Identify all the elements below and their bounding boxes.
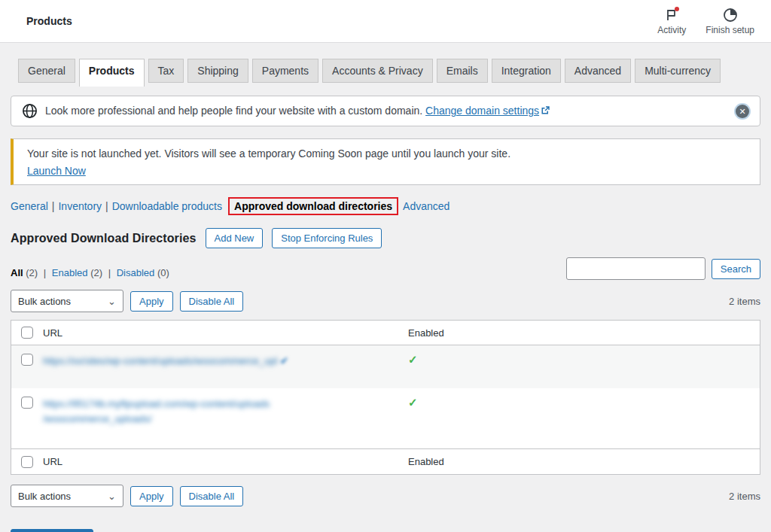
table-header-row: URL Enabled: [11, 321, 760, 345]
finish-setup-label: Finish setup: [705, 25, 754, 35]
filter-disabled-link[interactable]: Disabled: [117, 267, 155, 278]
select-all-checkbox[interactable]: [21, 327, 33, 339]
stop-enforcing-rules-button[interactable]: Stop Enforcing Rules: [272, 228, 382, 248]
url-column-footer: URL: [43, 456, 408, 467]
subnav-separator: |: [105, 200, 108, 212]
activity-button[interactable]: Activity: [657, 8, 686, 35]
tab-emails[interactable]: Emails: [437, 59, 488, 83]
tab-shipping[interactable]: Shipping: [187, 59, 248, 83]
filter-all-label: All: [11, 267, 23, 278]
select-all-checkbox[interactable]: [21, 456, 33, 468]
table-row: https://xx/sites/wp-content/uploads/wooc…: [11, 345, 760, 388]
tab-tax[interactable]: Tax: [148, 59, 184, 83]
tab-payments[interactable]: Payments: [252, 59, 318, 83]
tab-advanced[interactable]: Advanced: [565, 59, 631, 83]
settings-content: General Products Tax Shipping Payments A…: [0, 59, 771, 532]
row-checkbox[interactable]: [21, 354, 33, 366]
filter-row: All (2) | Enabled (2) | Disabled (0) Sea…: [11, 257, 760, 280]
chevron-down-icon: ⌄: [108, 296, 116, 307]
filter-disabled-count: (0): [157, 267, 169, 278]
enabled-column-footer: Enabled: [408, 456, 760, 467]
tab-multi-currency[interactable]: Multi-currency: [635, 59, 721, 83]
enabled-check-icon: ✓: [408, 353, 418, 366]
tab-integration[interactable]: Integration: [492, 59, 561, 83]
bulk-actions-select[interactable]: Bulk actions ⌄: [11, 485, 123, 507]
row-enabled-cell: ✓: [408, 397, 760, 409]
page-header-title: Products: [26, 15, 72, 27]
site-launch-notice: Your site is not launched yet. Visitors …: [11, 138, 760, 185]
filter-separator: |: [44, 267, 46, 278]
tab-accounts-privacy[interactable]: Accounts & Privacy: [322, 59, 433, 83]
domain-notice-text: Look more professional and help people f…: [45, 105, 422, 117]
row-enabled-cell: ✓: [408, 354, 760, 366]
bulk-actions-controls: Bulk actions ⌄ Apply Disable All: [11, 290, 243, 312]
row-checkbox-cell: [11, 354, 43, 366]
chevron-down-icon: ⌄: [108, 491, 116, 502]
apply-button[interactable]: Apply: [130, 291, 173, 312]
activity-label: Activity: [657, 25, 686, 35]
blurred-url-line2: /woocommerce_uploads/: [43, 413, 152, 424]
items-count: 2 items: [729, 296, 760, 307]
blurred-url-mark: ✔: [280, 355, 288, 366]
enabled-column-header: Enabled: [408, 327, 760, 339]
settings-tab-bar: General Products Tax Shipping Payments A…: [18, 59, 760, 83]
subnav-inventory[interactable]: Inventory: [58, 200, 102, 212]
custom-domain-notice: Look more professional and help people f…: [11, 96, 760, 126]
row-checkbox-cell: [11, 397, 43, 409]
progress-pie-icon: [723, 8, 738, 23]
finish-setup-button[interactable]: Finish setup: [705, 8, 754, 35]
add-new-button[interactable]: Add New: [206, 228, 264, 248]
dismiss-notice-icon[interactable]: ✕: [736, 105, 749, 118]
tab-general[interactable]: General: [18, 59, 75, 83]
header-checkbox-cell: [11, 327, 43, 339]
footer-checkbox-cell: [11, 456, 43, 468]
table-row: https://95174b.myftpupload.com/wp-conten…: [11, 388, 760, 448]
items-count: 2 items: [729, 491, 760, 502]
save-row: Save changes: [11, 529, 760, 532]
bulk-actions-row-top: Bulk actions ⌄ Apply Disable All 2 items: [11, 290, 760, 312]
filter-separator: |: [108, 267, 111, 278]
search-input[interactable]: [566, 257, 705, 280]
filter-all-link[interactable]: All: [11, 267, 23, 278]
subnav-approved-download-directories[interactable]: Approved download directories: [228, 197, 398, 215]
search-box: Search: [566, 257, 760, 280]
blurred-url-link[interactable]: https://95174b.myftpupload.com/wp-conten…: [43, 398, 270, 424]
admin-header: Products Activity Finish setup: [0, 0, 771, 43]
globe-icon: [22, 103, 38, 119]
subnav-general[interactable]: General: [11, 200, 48, 212]
disable-all-button[interactable]: Disable All: [180, 486, 244, 506]
change-domain-settings-link[interactable]: Change domain settings: [425, 105, 550, 117]
row-checkbox[interactable]: [21, 397, 33, 409]
filter-enabled-count: (2): [90, 267, 102, 278]
bulk-actions-selected-value: Bulk actions: [18, 491, 71, 502]
disable-all-button[interactable]: Disable All: [180, 291, 244, 312]
apply-button[interactable]: Apply: [130, 486, 173, 506]
enabled-check-icon: ✓: [408, 396, 418, 409]
products-subnav: General | Inventory | Downloadable produ…: [11, 197, 760, 215]
search-button[interactable]: Search: [712, 259, 760, 279]
bulk-actions-row-bottom: Bulk actions ⌄ Apply Disable All 2 items: [11, 485, 760, 507]
subnav-separator: |: [52, 200, 55, 212]
subnav-downloadable-products[interactable]: Downloadable products: [112, 200, 222, 212]
tab-products[interactable]: Products: [79, 59, 145, 87]
bulk-actions-select[interactable]: Bulk actions ⌄: [11, 290, 123, 312]
url-column-header: URL: [43, 327, 408, 339]
launch-now-link[interactable]: Launch Now: [27, 165, 86, 177]
flag-icon: [664, 8, 679, 23]
bulk-actions-selected-value: Bulk actions: [18, 296, 71, 307]
save-changes-button[interactable]: Save changes: [11, 529, 93, 532]
page-title: Approved Download Directories: [11, 232, 197, 245]
approved-directories-table: URL Enabled https://xx/sites/wp-content/…: [11, 320, 760, 475]
blurred-url-link[interactable]: https://xx/sites/wp-content/uploads/wooc…: [43, 355, 277, 366]
filter-enabled-link[interactable]: Enabled: [52, 267, 88, 278]
launch-notice-message: Your site is not launched yet. Visitors …: [27, 147, 745, 160]
domain-notice-message: Look more professional and help people f…: [45, 105, 728, 117]
heading-row: Approved Download Directories Add New St…: [11, 228, 760, 248]
bulk-actions-controls: Bulk actions ⌄ Apply Disable All: [11, 485, 243, 507]
row-url-cell: https://xx/sites/wp-content/uploads/wooc…: [43, 354, 408, 369]
subnav-advanced[interactable]: Advanced: [403, 200, 449, 212]
row-url-cell: https://95174b.myftpupload.com/wp-conten…: [43, 397, 408, 427]
notification-dot: [675, 7, 679, 11]
table-footer-row: URL Enabled: [11, 448, 760, 474]
filter-all-count: (2): [26, 267, 38, 278]
